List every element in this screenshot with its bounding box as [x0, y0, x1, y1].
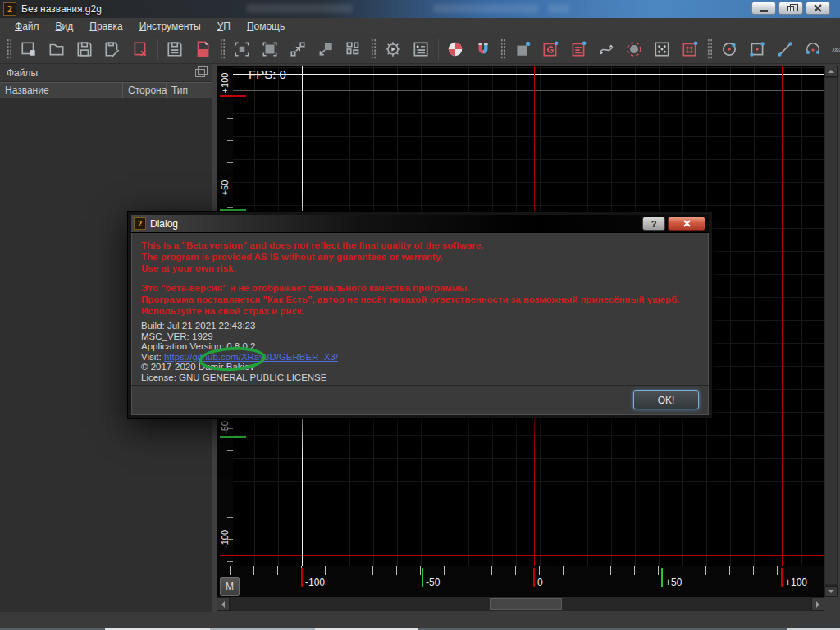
drill-holes-button[interactable]: [651, 38, 673, 61]
toolbar-separator: [158, 39, 158, 60]
scroll-down-button[interactable]: [824, 586, 838, 597]
toolbar-grip[interactable]: [500, 39, 506, 60]
ok-button[interactable]: OK!: [633, 390, 699, 409]
dialog-titlebar[interactable]: Dialog ?: [131, 215, 709, 233]
excellon-file-button[interactable]: [568, 38, 590, 61]
markers-icon: [345, 40, 363, 58]
properties-button[interactable]: [410, 38, 432, 61]
path-curve-icon: [597, 40, 615, 58]
minimize-icon: [760, 10, 768, 12]
column-type[interactable]: Тип: [167, 83, 212, 98]
menu-view[interactable]: Вид: [48, 19, 82, 34]
msc-ver-line: MSC_VER: 1929: [141, 331, 699, 342]
horizontal-scrollbar-thumb[interactable]: [490, 598, 562, 610]
save-button[interactable]: [74, 38, 96, 61]
grid-major-line: [233, 90, 824, 91]
gerber-file-button[interactable]: [540, 38, 562, 61]
save-project-button[interactable]: [164, 38, 186, 61]
vruler-tick-red: [220, 95, 246, 97]
visit-line: Visit: https://github.com/XRay3D/GERBER_…: [141, 352, 699, 363]
scroll-left-button[interactable]: [217, 597, 230, 611]
pocket-circle-button[interactable]: [623, 38, 646, 61]
magnet-icon: [474, 40, 492, 58]
scroll-up-button[interactable]: [824, 66, 838, 77]
close-file-button[interactable]: [130, 38, 152, 61]
arrow-up-icon: [828, 66, 834, 73]
menu-edit[interactable]: Правка: [81, 19, 131, 34]
scroll-right-button[interactable]: [811, 597, 824, 611]
dialog-close-icon: [683, 220, 691, 227]
github-link[interactable]: https://github.com/XRay3D/GERBER_X3/: [164, 352, 338, 362]
markers-button[interactable]: [343, 38, 365, 61]
float-panel-icon[interactable]: [195, 69, 205, 77]
gcode-settings-button[interactable]: [382, 38, 404, 61]
rect-tool-button[interactable]: [746, 38, 769, 61]
horizontal-scrollbar[interactable]: [217, 597, 824, 611]
zoom-out-button[interactable]: [287, 38, 309, 61]
vruler-label: -50: [220, 421, 230, 434]
units-mm-button[interactable]: M: [220, 577, 240, 596]
minimize-button[interactable]: [751, 2, 776, 15]
export-pdf-icon: [194, 40, 212, 58]
close-button[interactable]: [806, 2, 830, 15]
warning-text-en: This is a "Beta version" and does not re…: [141, 240, 699, 274]
hruler-label: +50: [665, 577, 682, 588]
files-panel-title: Файлы: [7, 67, 38, 79]
toolbar-grip[interactable]: [371, 39, 377, 60]
line-tool-button[interactable]: [774, 38, 797, 61]
menu-help[interactable]: Помощь: [239, 19, 293, 34]
toolbar-grip[interactable]: [7, 39, 12, 60]
save-icon: [75, 40, 94, 58]
column-side[interactable]: Сторона: [123, 83, 167, 98]
open-file-button[interactable]: [46, 38, 68, 61]
toolbar-grip[interactable]: [220, 39, 226, 60]
dialog-help-button[interactable]: ?: [642, 217, 665, 231]
horizontal-ruler: -100 -50 0 +50 +100: [217, 566, 824, 597]
toolbar-overflow-icon[interactable]: »»: [832, 43, 840, 55]
new-file-button[interactable]: [18, 38, 40, 61]
save-as-button[interactable]: [102, 38, 124, 61]
restore-icon: [788, 6, 794, 11]
target-icon: [446, 40, 464, 58]
window-titlebar[interactable]: Без названия.g2g: [0, 0, 840, 18]
datum-target-button[interactable]: [445, 38, 467, 61]
zoom-fit-button[interactable]: [231, 38, 253, 61]
dashed-circle-icon: [625, 40, 643, 58]
vruler-label: -100: [220, 530, 230, 548]
rect-blank-button[interactable]: [512, 38, 534, 61]
vruler-label: +100: [220, 73, 230, 94]
menu-tools[interactable]: Инструменты: [131, 19, 209, 34]
arc-tool-button[interactable]: [802, 38, 824, 61]
properties-form-icon: [412, 40, 430, 58]
arc-tool-icon: [804, 40, 822, 58]
rect-dot-icon: [514, 40, 532, 58]
warning-text-ru: Это "бета-версия" и не отображает финаль…: [141, 282, 699, 317]
vertical-scrollbar[interactable]: [824, 66, 838, 597]
menu-file[interactable]: Файл: [7, 19, 48, 34]
export-pdf-button[interactable]: [192, 38, 214, 61]
files-panel-titlebar: Файлы: [0, 64, 212, 82]
toolbar-grip[interactable]: [707, 39, 713, 60]
app-icon: [3, 2, 16, 16]
hruler-label: -100: [305, 577, 325, 588]
app-version-value: 0.8.0.2: [226, 341, 255, 351]
dialog-app-icon: [134, 217, 146, 230]
restore-button[interactable]: [778, 2, 803, 15]
snap-magnet-button[interactable]: [472, 38, 495, 61]
hruler-label: 0: [537, 577, 543, 588]
save-project-icon: [166, 40, 184, 58]
excellon-file-icon: [569, 40, 587, 58]
thermal-mask-button[interactable]: [679, 38, 701, 61]
column-name[interactable]: Название: [0, 83, 123, 98]
menu-gcode[interactable]: УП: [209, 19, 239, 34]
zoom-selection-button[interactable]: [259, 38, 281, 61]
circle-tool-button[interactable]: [718, 38, 740, 61]
window-title: Без названия.g2g: [21, 3, 102, 15]
vertical-scrollbar-thumb[interactable]: [825, 78, 837, 584]
dialog-close-button[interactable]: [668, 217, 705, 231]
path-transform-button[interactable]: [596, 38, 618, 61]
vruler-tick-red: [220, 555, 246, 556]
zoom-in-button[interactable]: [315, 38, 337, 61]
close-file-icon: [131, 40, 149, 58]
thermal-hash-icon: [681, 40, 699, 58]
